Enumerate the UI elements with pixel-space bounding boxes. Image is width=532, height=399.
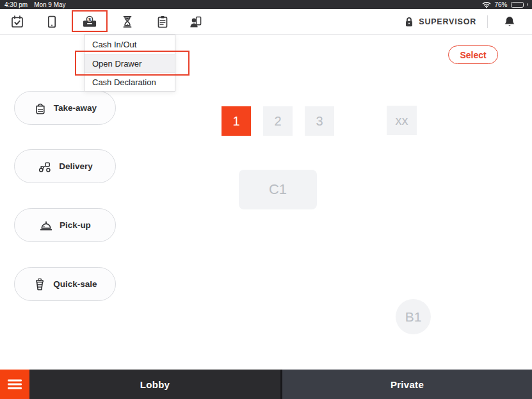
quicksale-button[interactable]: Quick-sale — [14, 267, 116, 301]
table-xx[interactable]: xx — [387, 106, 417, 135]
table-1[interactable]: 1 — [222, 106, 251, 136]
customer-icon[interactable] — [185, 11, 207, 33]
menu-item-cash-declaration[interactable]: Cash Declaration — [85, 72, 175, 91]
quicksale-label: Quick-sale — [53, 279, 97, 289]
main-toolbar: $ — [0, 9, 532, 35]
table-b1[interactable]: B1 — [396, 299, 431, 334]
battery-tip — [527, 3, 528, 6]
menu-item-open-drawer[interactable]: Open Drawer — [85, 54, 175, 72]
cash-dropdown-menu: Cash In/Out Open Drawer Cash Declaration — [84, 35, 175, 92]
hourglass-icon[interactable] — [117, 11, 138, 33]
wifi-icon — [482, 1, 491, 8]
delivery-label: Delivery — [59, 161, 93, 171]
delivery-button[interactable]: Delivery — [14, 149, 116, 183]
tab-private[interactable]: Private — [282, 370, 532, 399]
calendar-check-icon[interactable] — [6, 11, 28, 33]
hamburger-icon — [7, 379, 22, 390]
menu-item-cash-in-out[interactable]: Cash In/Out — [85, 35, 175, 54]
takeaway-bag-icon — [33, 101, 47, 115]
pos-floorplan-screen: 4:30 pm Mon 9 May 76% — [0, 0, 532, 399]
status-date: Mon 9 May — [34, 1, 65, 8]
status-time: 4:30 pm — [4, 1, 28, 8]
pickup-button[interactable]: Pick-up — [14, 208, 116, 242]
hamburger-menu-button[interactable] — [0, 370, 29, 399]
tablet-icon[interactable] — [41, 11, 63, 33]
takeaway-button[interactable]: Take-away — [14, 91, 116, 125]
takeaway-label: Take-away — [54, 103, 97, 113]
toolbar-divider — [487, 15, 488, 28]
bell-icon[interactable] — [499, 11, 520, 33]
pickup-bell-icon — [39, 218, 53, 232]
battery-percent: 76% — [494, 1, 507, 8]
delivery-scooter-icon — [37, 159, 52, 174]
table-2[interactable]: 2 — [263, 106, 293, 136]
bottom-bar: Lobby Private — [0, 370, 532, 399]
cash-drawer-icon[interactable]: $ — [79, 11, 101, 33]
lock-icon — [404, 16, 414, 28]
status-bar: 4:30 pm Mon 9 May 76% — [0, 0, 532, 9]
clipboard-icon[interactable] — [152, 11, 173, 33]
table-c1[interactable]: C1 — [239, 170, 317, 209]
quicksale-cup-icon — [33, 277, 47, 291]
pickup-label: Pick-up — [60, 220, 91, 230]
supervisor-label[interactable]: SUPERVISOR — [419, 17, 476, 26]
battery-icon — [511, 2, 524, 8]
tab-lobby[interactable]: Lobby — [29, 370, 280, 399]
select-button[interactable]: Select — [448, 45, 498, 64]
table-3[interactable]: 3 — [305, 106, 334, 136]
